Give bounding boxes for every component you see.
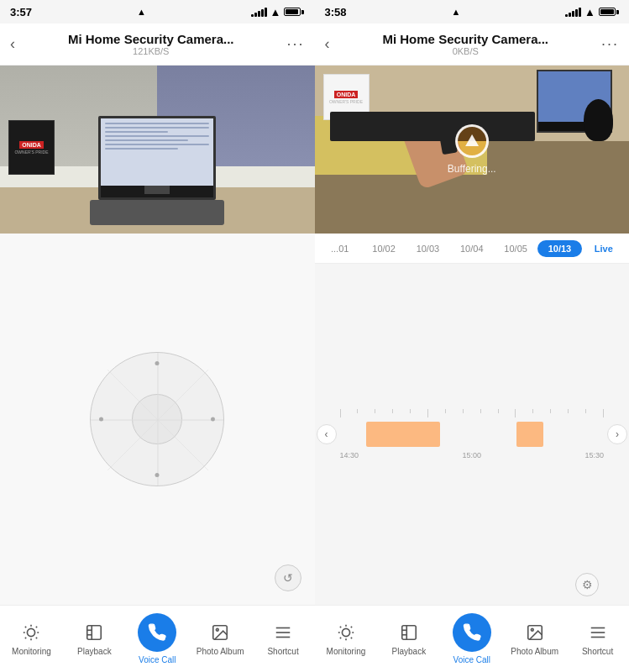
reset-button[interactable]: ↺	[275, 564, 301, 591]
svg-line-27	[351, 627, 352, 627]
monitor-line	[105, 123, 209, 124]
tick-minor	[568, 409, 569, 413]
tick-major	[603, 409, 604, 417]
nav-shortcut-left[interactable]: Shortcut	[252, 622, 315, 656]
photo-album-label-right: Photo Album	[511, 647, 558, 656]
timeline-scroll[interactable]: ‹	[315, 264, 630, 605]
time-left: 3:57	[10, 6, 32, 18]
timeline-ticks	[340, 409, 605, 422]
date-tab-1003[interactable]: 10/03	[406, 240, 449, 257]
cam-box-onida-left: ONIDA OWNER'S PRIDE	[8, 120, 55, 175]
timeline-prev-btn[interactable]: ‹	[317, 424, 337, 444]
more-button-left[interactable]: ···	[286, 35, 304, 53]
date-tab-1004[interactable]: 10/04	[450, 240, 494, 257]
right-panel: 3:58 ▲ ▲ ‹ Mi Home Security Camera...	[315, 0, 630, 672]
cam-keyboard-left	[90, 200, 224, 225]
buffering-overlay: Buffering...	[448, 124, 496, 175]
battery-icon-left	[284, 8, 304, 16]
monitoring-label-left: Monitoring	[12, 647, 51, 656]
tick-minor	[480, 409, 481, 413]
nav-shortcut-right[interactable]: Shortcut	[566, 622, 629, 656]
timeline-area: ...01 10/02 10/03 10/04 10/05 10/13 Live…	[315, 234, 630, 605]
timeline-recorded-segment	[366, 422, 440, 447]
wifi-icon-right: ▲	[584, 6, 595, 18]
playback-icon-left	[83, 622, 105, 643]
joystick-dot-left	[99, 417, 103, 422]
bottom-nav-left: Monitoring Playback Voice Call	[0, 605, 315, 672]
date-tab-1002[interactable]: 10/02	[362, 240, 406, 257]
nav-voice-call-left[interactable]: Voice Call	[126, 613, 189, 664]
battery-icon-right	[599, 8, 619, 16]
cam-keyboard-right	[330, 112, 534, 141]
monitoring-label-right: Monitoring	[327, 647, 366, 656]
date-tab-1013[interactable]: 10/13	[537, 240, 581, 257]
timeline-next-btn[interactable]: ›	[607, 424, 627, 444]
tick-minor	[550, 409, 551, 413]
joystick-lines	[91, 353, 223, 486]
monitor-line	[105, 144, 209, 145]
header-title-area-left: Mi Home Security Camera... 121KB/S	[15, 32, 286, 56]
nav-photo-album-right[interactable]: Photo Album	[503, 622, 566, 656]
tick-major	[515, 409, 516, 417]
signal-icon-right	[565, 7, 581, 17]
header-subtitle-left: 121KB/S	[133, 46, 169, 56]
photo-album-icon-right	[524, 622, 546, 643]
status-bar-left: 3:57 ▲ ▲	[0, 0, 315, 24]
monitoring-icon-left	[20, 622, 42, 643]
app-header-right: ‹ Mi Home Security Camera... 0KB/S ···	[315, 24, 630, 66]
nav-monitoring-left[interactable]: Monitoring	[0, 622, 63, 656]
joystick-outer[interactable]	[90, 352, 224, 486]
timeline-track: 14:30 15:00 15:30	[340, 264, 605, 605]
onida-label-right: ONIDA	[334, 91, 359, 98]
camera-scene-left: ONIDA OWNER'S PRIDE	[0, 66, 315, 234]
svg-line-24	[340, 627, 341, 627]
monitor-line	[105, 139, 188, 141]
time-label-1430: 14:30	[340, 451, 359, 459]
svg-point-30	[531, 628, 533, 631]
tick-major	[427, 409, 428, 417]
camera-feed-right: ONIDA OWNER'S PRIDE Buffering...	[315, 66, 630, 234]
nav-photo-album-left[interactable]: Photo Album	[189, 622, 252, 656]
tick-minor	[585, 409, 586, 413]
svg-point-15	[217, 628, 219, 631]
date-tab-live[interactable]: Live	[582, 240, 626, 257]
monitor-line	[105, 135, 209, 137]
wifi-icon-left: ▲	[270, 6, 281, 18]
svg-rect-13	[87, 626, 102, 640]
photo-album-label-left: Photo Album	[197, 647, 244, 656]
svg-line-9	[25, 627, 26, 627]
photo-album-icon-left	[209, 622, 231, 643]
shortcut-icon-right	[587, 622, 609, 643]
nav-monitoring-right[interactable]: Monitoring	[315, 622, 378, 656]
status-icons-left: ▲	[251, 6, 305, 18]
date-tabs: ...01 10/02 10/03 10/04 10/05 10/13 Live	[315, 234, 630, 264]
tick-major	[340, 409, 341, 417]
location-icon-left: ▲	[137, 7, 146, 17]
onida-label-left: ONIDA	[19, 141, 44, 149]
onida-sublabel-left: OWNER'S PRIDE	[14, 150, 48, 155]
date-tab-01[interactable]: ...01	[318, 240, 362, 257]
cam-monitor-stand-left	[144, 186, 170, 194]
timeline-settings-btn[interactable]: ⚙	[575, 573, 599, 596]
cam-mouse-right	[584, 99, 613, 141]
monitor-line	[105, 148, 178, 150]
tick-minor	[357, 409, 358, 413]
monitor-line	[105, 127, 209, 129]
playback-label-right: Playback	[392, 647, 427, 656]
timeline-ruler: 14:30 15:00 15:30	[340, 409, 605, 459]
date-tab-1005[interactable]: 10/05	[494, 240, 537, 257]
mi-logo	[455, 124, 489, 158]
nav-playback-right[interactable]: Playback	[377, 622, 440, 656]
more-button-right[interactable]: ···	[601, 35, 619, 53]
svg-point-4	[28, 628, 35, 636]
voice-call-label-right: Voice Call	[453, 655, 490, 664]
joystick-dot-bottom	[155, 473, 160, 477]
playback-label-left: Playback	[77, 647, 112, 656]
timeline-recorded-segment-2	[516, 422, 543, 447]
nav-playback-left[interactable]: Playback	[63, 622, 126, 656]
monitor-line	[105, 131, 167, 133]
svg-line-26	[340, 638, 341, 638]
nav-voice-call-right[interactable]: Voice Call	[440, 613, 503, 664]
tick-minor	[498, 409, 499, 413]
header-title-left: Mi Home Security Camera...	[68, 32, 234, 46]
